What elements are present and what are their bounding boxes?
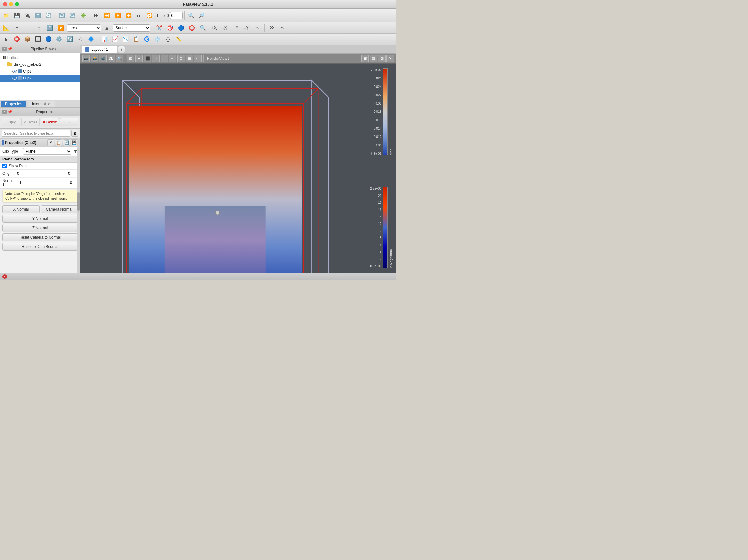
save-button[interactable]: 💾: [12, 10, 22, 21]
axis-y-neg[interactable]: -Y: [241, 23, 252, 33]
paste-btn[interactable]: 📋: [55, 139, 62, 146]
save-props-btn[interactable]: 💾: [71, 139, 77, 146]
vt-select-btn[interactable]: ⬛: [144, 55, 151, 62]
close-button[interactable]: [3, 2, 7, 6]
add-layout-button[interactable]: +: [118, 46, 125, 53]
window-controls[interactable]: [3, 2, 19, 6]
vt-cells-btn[interactable]: ⊡: [177, 55, 185, 62]
reset-bounds-button[interactable]: Reset to Data Bounds: [2, 243, 77, 251]
vt-btn1[interactable]: 📷: [82, 55, 90, 62]
vt-btn2[interactable]: 📸: [91, 55, 98, 62]
view-btn3[interactable]: 🔵: [176, 23, 186, 33]
plot5-btn[interactable]: 🌀: [142, 34, 152, 44]
plot6-btn[interactable]: ❄️: [153, 34, 162, 44]
more2-btn[interactable]: »: [277, 23, 287, 33]
toolbar2-btn5[interactable]: ⬆️: [45, 23, 55, 33]
properties-pin-btn[interactable]: 📌: [7, 109, 12, 114]
vt-layout1-btn[interactable]: ▣: [361, 55, 369, 62]
tab-information[interactable]: Information: [28, 101, 55, 107]
zoom-in-button[interactable]: 🔎: [197, 10, 207, 21]
vt-3d-btn[interactable]: 3D: [108, 55, 115, 62]
filter7-btn[interactable]: ◎: [75, 34, 86, 44]
plot4-btn[interactable]: 📋: [131, 34, 141, 44]
play-button[interactable]: ▶️: [113, 10, 123, 21]
redo-button[interactable]: ↪️: [68, 10, 77, 21]
more-btn[interactable]: »: [253, 23, 262, 33]
first-frame-button[interactable]: ⏮: [92, 10, 101, 21]
time-input[interactable]: [170, 12, 183, 19]
vt-orient-btn[interactable]: ⊞: [127, 55, 134, 62]
properties-close-btn[interactable]: ×: [2, 109, 7, 114]
tree-item-disk[interactable]: disk_out_ref.ex2: [0, 61, 80, 68]
sphere-btn[interactable]: 🔵: [44, 34, 54, 44]
connect-button[interactable]: 🔌: [22, 10, 32, 21]
help-button[interactable]: ?: [60, 118, 78, 126]
toolbar2-btn2[interactable]: 👁: [12, 23, 22, 33]
toolbar2-btn1[interactable]: 📐: [1, 23, 11, 33]
plot2-btn[interactable]: 📈: [110, 34, 120, 44]
vt-more-btn[interactable]: ⋯: [194, 55, 202, 62]
normal-x-input[interactable]: [18, 179, 68, 187]
filter8-btn[interactable]: 🔷: [86, 34, 96, 44]
vt-layout3-btn[interactable]: ▩: [378, 55, 385, 62]
toolbar2-btn3[interactable]: ↔️: [23, 23, 33, 33]
axis-x-neg[interactable]: -X: [220, 23, 230, 33]
next-frame-button[interactable]: ⏩: [123, 10, 133, 21]
reset-camera-button[interactable]: Reset Camera to Normal: [2, 233, 77, 241]
cylinder-btn[interactable]: ⭕: [12, 34, 22, 44]
plot3-btn[interactable]: 📉: [121, 34, 131, 44]
show-plane-checkbox[interactable]: [2, 164, 7, 168]
refresh-props-btn[interactable]: 🔄: [63, 139, 70, 146]
y-normal-button[interactable]: Y Normal: [2, 215, 77, 223]
search-gear-button[interactable]: ⚙: [71, 130, 78, 137]
filter6-btn[interactable]: 🔄: [65, 34, 75, 44]
clip-type-select[interactable]: Plane: [23, 148, 71, 155]
tree-item-clip1[interactable]: Clip1: [0, 68, 80, 75]
scrollbar-track[interactable]: [77, 138, 80, 272]
vt-arrow-btn[interactable]: →: [161, 55, 168, 62]
var-arrow-btn[interactable]: ▲: [102, 23, 112, 33]
cube-btn[interactable]: 🔲: [33, 34, 43, 44]
refresh-button[interactable]: 🔄: [44, 10, 54, 21]
vt-close-view-btn[interactable]: ✕: [387, 55, 394, 62]
apply-button[interactable]: Apply: [2, 118, 20, 126]
view-btn2[interactable]: 🎯: [165, 23, 175, 33]
z-normal-button[interactable]: Z Normal: [2, 224, 77, 232]
reset-button[interactable]: ⊘ Reset: [21, 118, 39, 126]
ruler-btn[interactable]: 📏: [173, 34, 184, 44]
status-close-btn[interactable]: ×: [2, 274, 7, 279]
last-frame-button[interactable]: ⏭: [134, 10, 144, 21]
display-mode-select[interactable]: Surface: [113, 24, 150, 32]
disconnect-button[interactable]: ⬆️: [33, 10, 43, 21]
search-input[interactable]: [2, 130, 70, 137]
undo-button[interactable]: ↩️: [57, 10, 67, 21]
maximize-button[interactable]: [15, 2, 19, 6]
calc-btn[interactable]: 🖩: [1, 34, 11, 44]
layout-tab-1[interactable]: Layout #1 ×: [81, 46, 117, 53]
axis-x-pos[interactable]: +X: [209, 23, 219, 33]
plot1-btn[interactable]: 📊: [99, 34, 110, 44]
vt-btn3[interactable]: 📹: [99, 55, 107, 62]
vt-zoom-btn[interactable]: 🔍: [116, 55, 123, 62]
pipeline-pin-btn[interactable]: 📌: [7, 47, 12, 51]
tree-item-builtin[interactable]: 🖥 builtin:: [0, 54, 80, 61]
eye2-btn[interactable]: 👁: [266, 23, 277, 33]
pipeline-close-btn[interactable]: ×: [2, 47, 7, 51]
axis-y-pos[interactable]: +Y: [231, 23, 241, 33]
vt-layout2-btn[interactable]: ▦: [370, 55, 377, 62]
camera-normal-button[interactable]: Camera Normal: [41, 205, 78, 213]
vt-lasso-btn[interactable]: △: [152, 55, 160, 62]
filter5-btn[interactable]: ⚙️: [54, 34, 64, 44]
view-btn1[interactable]: ✂️: [154, 23, 164, 33]
origin-x-input[interactable]: [15, 170, 66, 177]
zoom-button[interactable]: 🔍: [186, 10, 196, 21]
variable-select[interactable]: pres: [67, 24, 101, 32]
canvas-area[interactable]: Z X Y 2.9e-02 0.026 0.024 0.022: [80, 64, 396, 272]
vt-expand-btn[interactable]: ⊠: [186, 55, 193, 62]
box-btn[interactable]: 📦: [22, 34, 32, 44]
toolbar2-btn4[interactable]: ↕️: [34, 23, 44, 33]
copy-btn[interactable]: ⎘: [47, 139, 54, 146]
scrollbar-thumb[interactable]: [77, 192, 80, 211]
view-btn4[interactable]: ⭕: [187, 23, 197, 33]
plot7-btn[interactable]: {}: [163, 34, 173, 44]
